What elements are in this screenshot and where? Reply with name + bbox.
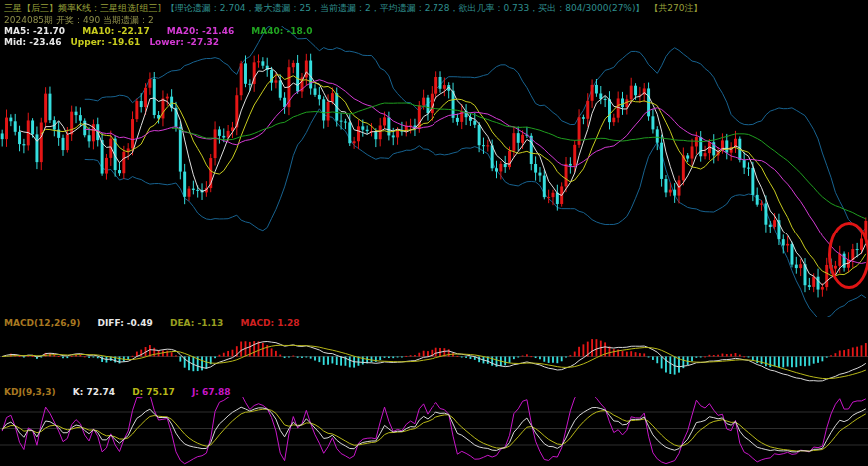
macd-legend: MACD(12,26,9) DIFF: -0.49 DEA: -1.13 MAC… xyxy=(4,318,313,328)
boll-legend: Mid: -23.46 Upper: -19.61 Lower: -27.32 xyxy=(4,37,225,47)
macd-canvas[interactable] xyxy=(0,329,868,384)
ma10-value: MA10: -22.17 xyxy=(82,26,149,36)
diff-value: DIFF: -0.49 xyxy=(98,318,153,328)
boll-upper-value: Upper: -19.61 xyxy=(71,37,141,47)
main-candlestick-canvas[interactable] xyxy=(0,26,868,317)
macd-value: MACD: 1.28 xyxy=(241,318,300,328)
total-bets: 【共270注】 xyxy=(649,3,702,13)
k-value: K: 72.74 xyxy=(73,387,115,397)
dea-value: DEA: -1.13 xyxy=(170,318,223,328)
ma20-value: MA20: -21.46 xyxy=(167,26,234,36)
kdj-legend: KDJ(9,3,3) K: 72.74 D: 75.17 J: 67.88 xyxy=(4,387,245,397)
d-value: D: 75.17 xyxy=(132,387,175,397)
chart-title: 三星【后三】频率K线：三星组选[组三] xyxy=(4,3,161,13)
ma5-value: MA5: -21.70 xyxy=(4,26,65,36)
kdj-canvas[interactable] xyxy=(0,397,868,466)
kdj-params: KDJ(9,3,3) xyxy=(4,387,56,397)
boll-lower-value: Lower: -27.32 xyxy=(149,37,219,47)
ma-legend: MA5: -21.70 MA10: -22.17 MA20: -21.46 MA… xyxy=(4,26,326,36)
j-value: J: 67.88 xyxy=(192,387,231,397)
draw-info: 2024085期 开奖：490 当期遗漏：2 xyxy=(4,15,154,25)
omission-stats: 【理论遗漏：2.704，最大遗漏：25，当前遗漏：2，平均遗漏：2.728，欲出… xyxy=(166,3,645,13)
highlight-ellipse-annotation xyxy=(828,222,868,289)
macd-params: MACD(12,26,9) xyxy=(4,318,80,328)
boll-mid-value: Mid: -23.46 xyxy=(4,37,61,47)
lottery-kline-app: 三星【后三】频率K线：三星组选[组三] 【理论遗漏：2.704，最大遗漏：25，… xyxy=(0,0,868,466)
ma40-value: MA40: -18.0 xyxy=(251,26,312,36)
